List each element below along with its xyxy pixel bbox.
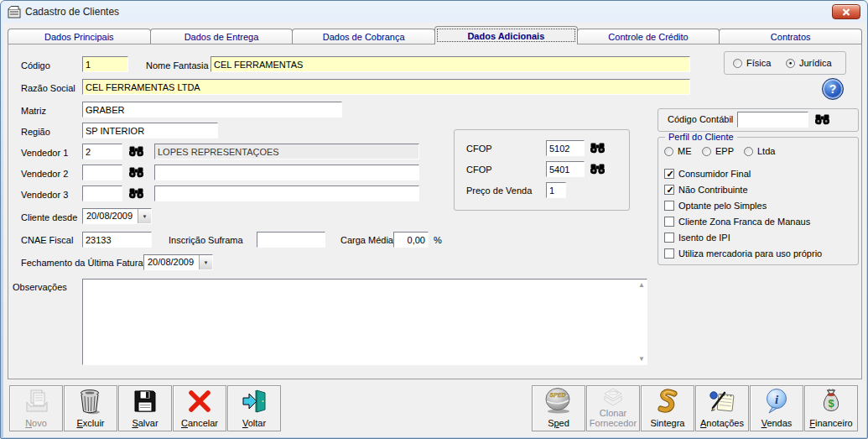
- checkbox-uso-proprio-box[interactable]: [664, 248, 674, 259]
- radio-ltda-label: Ltda: [757, 146, 775, 156]
- checkbox-uso-proprio[interactable]: Utiliza mercadoria para uso próprio: [664, 248, 822, 259]
- nome-fantasia-input[interactable]: [211, 56, 690, 72]
- regiao-input[interactable]: [82, 123, 218, 138]
- radio-fisica-circle[interactable]: [733, 59, 742, 68]
- carga-media-label: Carga Média: [340, 235, 393, 245]
- checkbox-optante-simples-box[interactable]: [664, 201, 674, 211]
- vendedor3-name-field: [154, 186, 419, 201]
- checkbox-isento-ipi-label: Isento de IPI: [678, 233, 730, 243]
- codigo-contabil-search-binoculars-icon[interactable]: [815, 114, 829, 125]
- checkbox-consumidor-final-box[interactable]: ✓: [664, 169, 674, 179]
- suframa-input[interactable]: [257, 232, 325, 248]
- checkbox-optante-simples-label: Optante pelo Simples: [678, 201, 767, 211]
- excluir-button[interactable]: Excluir: [64, 385, 117, 431]
- cfop1-search-binoculars-icon[interactable]: [590, 143, 605, 154]
- radio-fisica[interactable]: Física: [733, 58, 771, 68]
- checkbox-nao-contribuinte[interactable]: ✓ Não Contribuinte: [664, 185, 748, 195]
- radio-me-label: ME: [678, 146, 692, 156]
- tab-strip: Dados Principais Dados de Entrega Dados …: [8, 26, 862, 44]
- vendedor1-code-input[interactable]: [82, 144, 122, 159]
- sped-button[interactable]: SPED Sped: [532, 385, 585, 431]
- vendedor3-search-binoculars-icon[interactable]: [129, 188, 143, 199]
- cliente-desde-label: Cliente desde: [21, 212, 77, 222]
- voltar-button[interactable]: Voltar: [227, 385, 281, 431]
- vendedor1-search-binoculars-icon[interactable]: [129, 146, 143, 157]
- codigo-label: Código: [21, 60, 50, 71]
- matriz-label: Matriz: [21, 106, 46, 116]
- checkbox-nao-contribuinte-box[interactable]: ✓: [664, 185, 674, 195]
- radio-fisica-label: Física: [746, 58, 771, 68]
- financeiro-button-label: Financeiro: [805, 418, 857, 428]
- vendedor2-search-binoculars-icon[interactable]: [129, 167, 143, 178]
- checkbox-isento-ipi-box[interactable]: [664, 233, 674, 243]
- chevron-down-icon[interactable]: ▼: [199, 255, 212, 269]
- fechamento-fatura-value: 20/08/2009: [148, 257, 194, 267]
- radio-ltda[interactable]: Ltda: [744, 146, 775, 156]
- razao-social-label: Razão Social: [21, 83, 75, 93]
- fechamento-fatura-select[interactable]: 20/08/2009 ▼: [143, 254, 213, 270]
- checkbox-zona-franca-box[interactable]: [664, 217, 674, 227]
- cfop2-search-binoculars-icon[interactable]: [590, 164, 605, 175]
- checkbox-isento-ipi[interactable]: Isento de IPI: [664, 233, 730, 243]
- sped-button-label: Sped: [533, 418, 585, 428]
- money-bag-icon: $: [805, 387, 857, 415]
- suframa-label: Inscrição Suframa: [169, 235, 243, 245]
- carga-media-input[interactable]: [393, 232, 429, 248]
- checkbox-consumidor-final-label: Consumidor Final: [678, 169, 751, 179]
- tab-contratos[interactable]: Contratos: [719, 29, 862, 44]
- cfop2-label: CFOP: [466, 165, 492, 175]
- tab-dados-adicionais[interactable]: Dados Adicionais: [434, 26, 578, 44]
- matriz-input[interactable]: [82, 102, 342, 118]
- vendedor1-name-field: [154, 144, 419, 159]
- help-button[interactable]: ?: [822, 78, 844, 100]
- new-document-icon: [10, 387, 62, 415]
- notepad-pen-icon: [696, 387, 748, 415]
- tab-dados-de-entrega[interactable]: Dados de Entrega: [150, 29, 294, 44]
- cfop2-input[interactable]: [546, 161, 585, 177]
- observacoes-textarea[interactable]: ▲ ▼: [82, 279, 647, 365]
- vendas-button[interactable]: i Vendas: [750, 385, 803, 431]
- codigo-input[interactable]: [82, 56, 128, 72]
- vendedor2-code-input[interactable]: [82, 165, 122, 180]
- chevron-down-icon[interactable]: ▼: [138, 209, 151, 223]
- radio-juridica-circle[interactable]: ●: [786, 59, 795, 68]
- radio-ltda-circle[interactable]: [744, 147, 753, 156]
- cnae-input[interactable]: [82, 232, 152, 248]
- tab-controle-de-credito[interactable]: Controle de Crédito: [577, 29, 720, 44]
- close-button[interactable]: [832, 4, 860, 19]
- salvar-button[interactable]: Salvar: [118, 385, 172, 431]
- checkbox-zona-franca[interactable]: Cliente Zona Franca de Manaus: [664, 217, 810, 227]
- financeiro-button[interactable]: $ Financeiro: [804, 385, 858, 431]
- radio-epp-label: EPP: [715, 146, 734, 156]
- vendas-button-label: Vendas: [751, 418, 803, 428]
- checkbox-nao-contribuinte-label: Não Contribuinte: [678, 185, 748, 195]
- radio-epp-circle[interactable]: [702, 147, 711, 156]
- cfop1-label: CFOP: [466, 144, 492, 154]
- cadastro-clientes-window: Cadastro de Clientes Dados Principais Da…: [0, 0, 868, 439]
- cfop1-input[interactable]: [546, 140, 585, 156]
- radio-me-circle[interactable]: [664, 147, 673, 156]
- vendedor3-code-input[interactable]: [82, 186, 122, 201]
- sintegra-button[interactable]: Sintegra: [641, 385, 694, 431]
- scroll-up-icon[interactable]: ▲: [638, 281, 645, 289]
- codigo-contabil-input[interactable]: [737, 112, 808, 128]
- radio-me[interactable]: ME: [664, 146, 692, 156]
- anotacoes-button[interactable]: Anotações: [695, 385, 749, 431]
- cliente-desde-select[interactable]: 20/08/2009 ▼: [82, 208, 152, 224]
- scroll-down-icon[interactable]: ▼: [638, 355, 645, 363]
- cancelar-button[interactable]: Cancelar: [173, 385, 226, 431]
- radio-epp[interactable]: EPP: [702, 146, 734, 156]
- radio-juridica-label: Jurídica: [799, 58, 832, 68]
- tab-dados-principais[interactable]: Dados Principais: [8, 29, 151, 44]
- razao-social-input[interactable]: [82, 79, 690, 95]
- exit-door-icon: [228, 387, 280, 415]
- checkbox-optante-simples[interactable]: Optante pelo Simples: [664, 201, 767, 211]
- radio-juridica[interactable]: ● Jurídica: [786, 58, 832, 68]
- clone-sheets-icon: [587, 387, 639, 407]
- tipo-pessoa-groupbox: Física ● Jurídica: [724, 51, 846, 75]
- preco-venda-input[interactable]: [546, 182, 566, 198]
- tab-dados-de-cobranca[interactable]: Dados de Cobrança: [292, 29, 435, 44]
- clonar-fornecedor-button: Clonar Fornecedor: [586, 385, 640, 431]
- voltar-button-label: Voltar: [228, 418, 280, 428]
- checkbox-consumidor-final[interactable]: ✓ Consumidor Final: [664, 169, 751, 179]
